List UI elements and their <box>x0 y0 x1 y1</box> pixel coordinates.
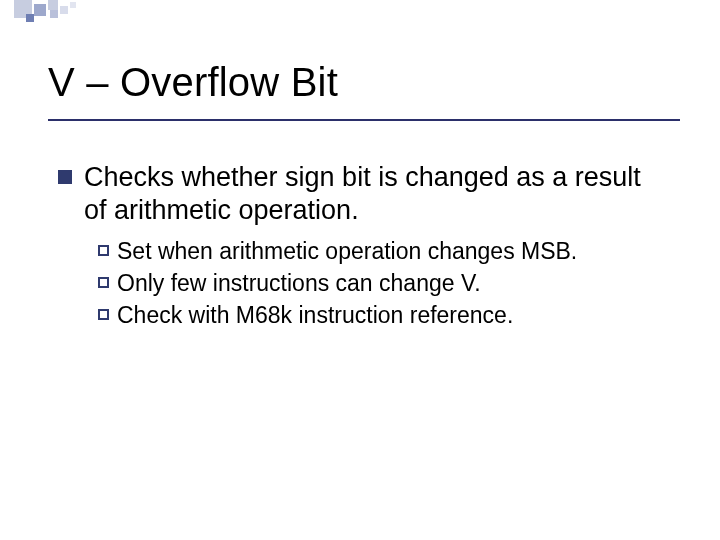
open-square-bullet-icon <box>98 277 109 288</box>
deco-square <box>48 0 58 10</box>
corner-decoration <box>0 0 720 30</box>
slide-title: V – Overflow Bit <box>48 60 680 105</box>
level1-text: Checks whether sign bit is changed as a … <box>84 161 644 227</box>
square-bullet-icon <box>58 170 72 184</box>
level2-text: Only few instructions can change V. <box>117 269 481 299</box>
title-rule <box>48 119 680 121</box>
deco-square <box>26 14 34 22</box>
bullet-level2: Check with M68k instruction reference. <box>98 301 680 331</box>
deco-square <box>34 4 46 16</box>
open-square-bullet-icon <box>98 309 109 320</box>
open-square-bullet-icon <box>98 245 109 256</box>
slide-body: Checks whether sign bit is changed as a … <box>58 161 680 331</box>
deco-square <box>60 6 68 14</box>
level2-text: Check with M68k instruction reference. <box>117 301 513 331</box>
slide-content: V – Overflow Bit Checks whether sign bit… <box>48 60 680 333</box>
bullet-level2: Only few instructions can change V. <box>98 269 680 299</box>
bullet-level2: Set when arithmetic operation changes MS… <box>98 237 680 267</box>
deco-square <box>70 2 76 8</box>
deco-square <box>50 10 58 18</box>
level2-text: Set when arithmetic operation changes MS… <box>117 237 577 267</box>
bullet-level1: Checks whether sign bit is changed as a … <box>58 161 680 227</box>
level2-group: Set when arithmetic operation changes MS… <box>98 237 680 331</box>
